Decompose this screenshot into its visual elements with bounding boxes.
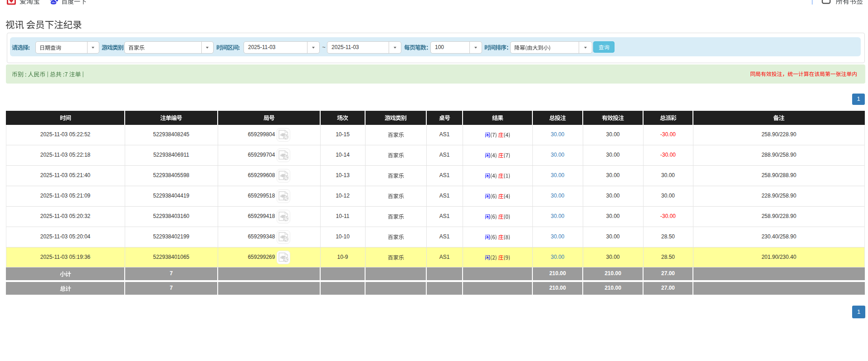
svg-text:du: du [52, 1, 56, 4]
